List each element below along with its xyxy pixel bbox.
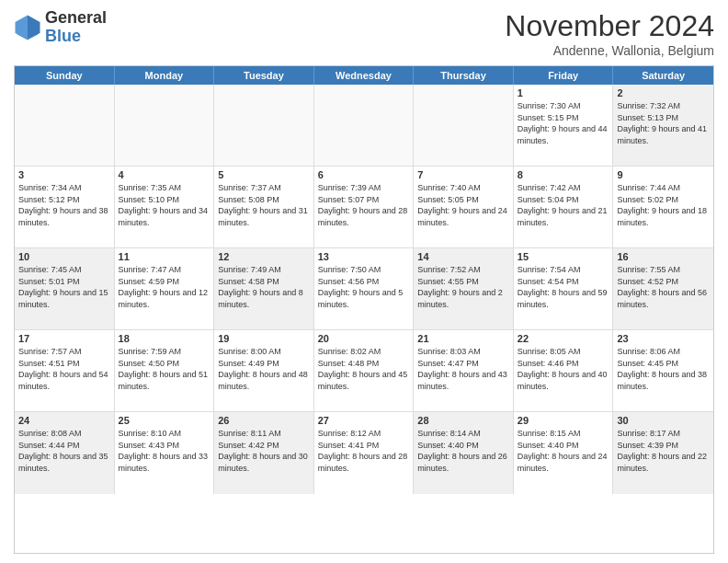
subtitle: Andenne, Wallonia, Belgium [505,43,714,58]
day-info: Sunrise: 7:44 AMSunset: 5:02 PMDaylight:… [617,182,710,228]
header-day-friday: Friday [514,66,614,85]
sunrise: Sunrise: 7:50 AM [318,265,381,274]
top-section: General Blue November 2024 Andenne, Wall… [14,9,714,58]
header-day-sunday: Sunday [15,66,115,85]
cal-cell: 24Sunrise: 8:08 AMSunset: 4:44 PMDayligh… [15,412,115,494]
daylight: Daylight: 8 hours and 24 minutes. [518,452,608,473]
cal-cell: 26Sunrise: 8:11 AMSunset: 4:42 PMDayligh… [214,412,314,494]
cal-cell: 27Sunrise: 8:12 AMSunset: 4:41 PMDayligh… [314,412,415,494]
day-info: Sunrise: 8:05 AMSunset: 4:46 PMDaylight:… [518,346,609,392]
daylight: Daylight: 8 hours and 26 minutes. [417,452,507,473]
cal-cell [115,85,215,166]
cal-cell: 21Sunrise: 8:03 AMSunset: 4:47 PMDayligh… [414,330,514,411]
day-number: 13 [318,251,410,262]
daylight: Daylight: 8 hours and 40 minutes. [518,370,608,391]
header-day-monday: Monday [115,66,215,85]
daylight: Daylight: 8 hours and 28 minutes. [318,452,408,473]
sunrise: Sunrise: 8:11 AM [218,429,281,438]
sunset: Sunset: 5:12 PM [18,195,80,204]
daylight: Daylight: 8 hours and 56 minutes. [617,288,707,309]
daylight: Daylight: 9 hours and 28 minutes. [318,206,408,227]
day-number: 19 [218,333,310,344]
cal-cell: 25Sunrise: 8:10 AMSunset: 4:43 PMDayligh… [115,412,215,494]
sunrise: Sunrise: 7:35 AM [119,183,182,192]
cal-cell: 18Sunrise: 7:59 AMSunset: 4:50 PMDayligh… [115,330,215,411]
cal-cell: 4Sunrise: 7:35 AMSunset: 5:10 PMDaylight… [115,167,215,247]
sunset: Sunset: 5:01 PM [18,277,80,286]
sunset: Sunset: 5:10 PM [119,195,180,204]
cal-cell: 22Sunrise: 8:05 AMSunset: 4:46 PMDayligh… [514,330,614,411]
sunset: Sunset: 5:07 PM [318,195,380,204]
daylight: Daylight: 8 hours and 33 minutes. [119,452,209,473]
daylight: Daylight: 9 hours and 31 minutes. [218,206,308,227]
month-title: November 2024 [505,9,714,43]
sunset: Sunset: 5:05 PM [417,195,479,204]
daylight: Daylight: 8 hours and 48 minutes. [218,370,308,391]
day-info: Sunrise: 7:35 AMSunset: 5:10 PMDaylight:… [119,182,210,228]
week-row-5: 24Sunrise: 8:08 AMSunset: 4:44 PMDayligh… [15,412,713,494]
cal-cell: 14Sunrise: 7:52 AMSunset: 4:55 PMDayligh… [414,248,514,329]
daylight: Daylight: 9 hours and 18 minutes. [617,206,707,227]
svg-marker-2 [16,15,28,39]
header-day-thursday: Thursday [414,66,514,85]
cal-cell: 11Sunrise: 7:47 AMSunset: 4:59 PMDayligh… [115,248,215,329]
day-number: 7 [417,169,509,180]
sunrise: Sunrise: 7:54 AM [518,265,581,274]
daylight: Daylight: 9 hours and 12 minutes. [119,288,209,309]
sunrise: Sunrise: 8:05 AM [518,347,581,356]
sunrise: Sunrise: 8:06 AM [617,347,680,356]
daylight: Daylight: 9 hours and 41 minutes. [617,124,707,145]
sunrise: Sunrise: 8:00 AM [218,347,281,356]
daylight: Daylight: 9 hours and 38 minutes. [18,206,108,227]
sunset: Sunset: 4:40 PM [417,441,479,450]
day-info: Sunrise: 7:47 AMSunset: 4:59 PMDaylight:… [119,264,210,310]
logo-text: General Blue [45,9,107,46]
sunrise: Sunrise: 8:12 AM [318,429,381,438]
day-number: 26 [218,415,310,426]
week-row-1: 1Sunrise: 7:30 AMSunset: 5:15 PMDaylight… [15,85,713,167]
sunrise: Sunrise: 8:08 AM [18,429,82,438]
logo-line2: Blue [45,28,107,46]
day-info: Sunrise: 7:34 AMSunset: 5:12 PMDaylight:… [18,182,110,228]
daylight: Daylight: 9 hours and 44 minutes. [518,124,608,145]
cal-cell: 7Sunrise: 7:40 AMSunset: 5:05 PMDaylight… [414,167,514,247]
day-number: 18 [119,333,210,344]
day-number: 3 [18,169,110,180]
day-info: Sunrise: 8:17 AMSunset: 4:39 PMDaylight:… [617,428,710,474]
day-number: 28 [417,415,509,426]
sunset: Sunset: 4:45 PM [617,359,678,368]
sunrise: Sunrise: 7:42 AM [518,183,581,192]
cal-cell: 3Sunrise: 7:34 AMSunset: 5:12 PMDaylight… [15,167,115,247]
day-number: 5 [218,169,310,180]
cal-cell [314,85,415,166]
cal-cell: 16Sunrise: 7:55 AMSunset: 4:52 PMDayligh… [613,248,713,329]
day-number: 29 [518,415,609,426]
cal-cell: 19Sunrise: 8:00 AMSunset: 4:49 PMDayligh… [214,330,314,411]
page: General Blue November 2024 Andenne, Wall… [0,0,728,563]
cal-cell: 2Sunrise: 7:32 AMSunset: 5:13 PMDaylight… [613,85,713,166]
day-info: Sunrise: 8:11 AMSunset: 4:42 PMDaylight:… [218,428,310,474]
title-section: November 2024 Andenne, Wallonia, Belgium [505,9,714,58]
day-number: 1 [518,87,609,98]
sunrise: Sunrise: 8:14 AM [417,429,481,438]
day-info: Sunrise: 8:14 AMSunset: 4:40 PMDaylight:… [417,428,509,474]
cal-cell [15,85,115,166]
sunrise: Sunrise: 7:57 AM [18,347,82,356]
cal-cell: 8Sunrise: 7:42 AMSunset: 5:04 PMDaylight… [514,167,614,247]
daylight: Daylight: 9 hours and 21 minutes. [518,206,608,227]
sunset: Sunset: 4:40 PM [518,441,579,450]
header-day-tuesday: Tuesday [214,66,314,85]
sunset: Sunset: 4:49 PM [218,359,279,368]
daylight: Daylight: 8 hours and 54 minutes. [18,370,108,391]
cal-cell: 28Sunrise: 8:14 AMSunset: 4:40 PMDayligh… [414,412,514,494]
sunrise: Sunrise: 7:49 AM [218,265,281,274]
daylight: Daylight: 8 hours and 43 minutes. [417,370,507,391]
daylight: Daylight: 8 hours and 45 minutes. [318,370,408,391]
sunrise: Sunrise: 7:52 AM [417,265,481,274]
cal-cell: 20Sunrise: 8:02 AMSunset: 4:48 PMDayligh… [314,330,415,411]
day-number: 9 [617,169,710,180]
cal-cell [414,85,514,166]
day-info: Sunrise: 7:49 AMSunset: 4:58 PMDaylight:… [218,264,310,310]
day-number: 6 [318,169,410,180]
sunrise: Sunrise: 8:10 AM [119,429,182,438]
